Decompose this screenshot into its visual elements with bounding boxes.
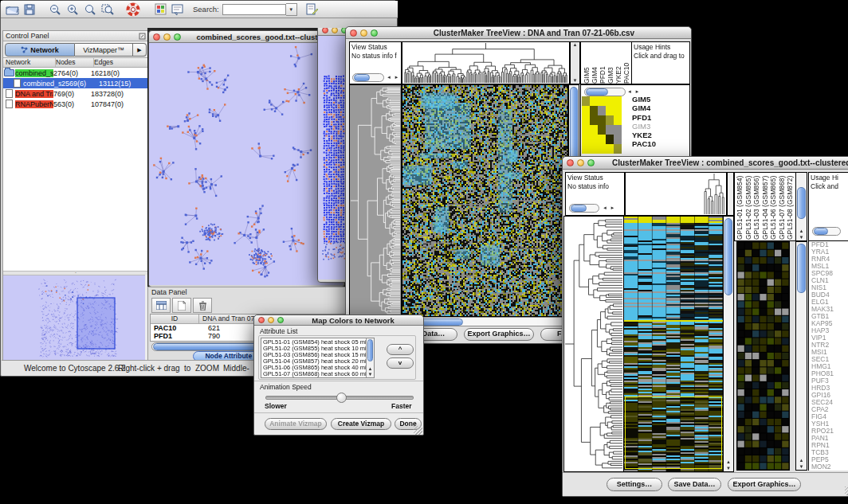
gene-label[interactable]: PAN1 (811, 435, 848, 442)
scroll-thumb[interactable] (571, 205, 587, 212)
tv1-zoom-heatmap[interactable] (582, 96, 622, 154)
gene-label[interactable]: RNR4 (811, 256, 848, 263)
gene-label[interactable]: GIM5 (632, 95, 656, 104)
gene-label[interactable]: SEC1 (811, 356, 848, 363)
attribute-list-item[interactable]: GPL51-02 (GSM855) heat shock 10 min (263, 346, 366, 352)
attribute-list-vscrollbar[interactable]: ▲▼ (366, 338, 374, 377)
attribute-list-item[interactable]: GPL51-07 (GSM868) heat shock 60 min (263, 371, 366, 377)
gene-label[interactable]: MSL1 (811, 263, 848, 270)
gene-label[interactable]: HAP3 (811, 327, 848, 334)
tv2-zoom-heatmap[interactable] (736, 241, 790, 471)
minimize-icon[interactable] (577, 159, 584, 166)
gene-label[interactable]: PHO81 (811, 370, 848, 377)
vscroll-thumb[interactable] (797, 244, 806, 293)
delete-attribute-trash-icon[interactable] (193, 298, 212, 313)
column-label[interactable]: GPL51-07 (GSM868) (778, 174, 787, 240)
column-labels-vscrollbar[interactable]: ▲▼ (795, 173, 807, 240)
dialog-titlebar[interactable]: Map Colors to Network (254, 315, 423, 326)
zoom-out-icon[interactable] (46, 2, 64, 18)
gene-label[interactable]: SPC98 (811, 270, 848, 277)
scroll-arrows-icon[interactable]: ◄ ► (603, 205, 616, 210)
column-label[interactable]: GPL51-01 (GSM854) (736, 174, 744, 240)
scroll-thumb[interactable] (814, 228, 828, 235)
view-status-scrollbar[interactable] (352, 73, 384, 82)
gene-label[interactable]: TCB3 (811, 449, 848, 456)
gene-label[interactable]: BUD4 (811, 291, 848, 299)
tv1-global-heatmap[interactable] (402, 84, 568, 317)
gene-label[interactable]: YSH1 (811, 420, 848, 428)
gene-label[interactable]: HRD3 (811, 385, 848, 392)
node-attribute-editor-icon[interactable] (304, 2, 321, 18)
zoom-window-icon[interactable] (587, 159, 595, 166)
gene-label[interactable]: PAC10 (632, 139, 656, 148)
network-tree-row[interactable]: combined_scores_ 2764(0) 16218(0) (3, 68, 148, 78)
column-label[interactable]: GPL51-02 (GSM855) (744, 174, 753, 240)
tv2-save-data-button[interactable]: Save Data… (668, 478, 721, 491)
gene-label[interactable]: YRA1 (811, 248, 848, 256)
scroll-arrows-icon[interactable]: ◄ ► (627, 89, 641, 94)
tab-network[interactable]: Network (5, 43, 75, 57)
gene-label[interactable]: FIG4 (811, 413, 848, 420)
zoom-in-icon[interactable] (64, 2, 81, 18)
gene-label[interactable]: PFD1 (632, 113, 656, 122)
gene-label[interactable]: PUF3 (811, 377, 848, 385)
column-label[interactable]: GPL51-03 (GSM856) (752, 174, 761, 240)
minimize-icon[interactable] (360, 29, 367, 37)
attribute-list-item[interactable]: GPL51-04 (GSM857) heat shock 20 min (263, 358, 366, 365)
tv1-export-graphics-button[interactable]: Export Graphics… (464, 328, 534, 341)
gene-label[interactable]: MON2 (811, 463, 848, 471)
attribute-list-item[interactable]: GPL51-06 (GSM865) heat shock 40 min (263, 365, 366, 371)
column-label[interactable]: GPL51-04 (GSM857) (761, 174, 770, 240)
network-window-1-titlebar[interactable]: combined_scores_good.txt--cluste... (149, 31, 344, 43)
gene-label[interactable]: KAP95 (811, 320, 848, 327)
resize-grip[interactable] (414, 426, 422, 435)
vizmapper-palette-icon[interactable] (151, 2, 169, 18)
gene-label[interactable]: ELG1 (811, 299, 848, 306)
network-view[interactable] (149, 43, 343, 285)
zoom-panel-scrollbar[interactable] (584, 88, 626, 96)
search-dropdown-icon[interactable]: ▼ (286, 3, 297, 16)
gene-label[interactable]: GTB1 (811, 313, 848, 320)
gene-label[interactable]: RPO21 (811, 428, 848, 435)
zoom-fit-icon[interactable] (81, 2, 99, 18)
view-status-scrollbar[interactable] (569, 204, 599, 213)
close-icon[interactable] (153, 33, 160, 41)
vscroll-thumb[interactable] (724, 218, 732, 295)
gene-label[interactable]: CLN1 (811, 277, 848, 284)
move-up-button[interactable]: ^ (387, 344, 414, 355)
gene-label[interactable]: NIS1 (811, 284, 848, 291)
column-label[interactable]: GIM5 (583, 42, 591, 84)
tab-vizmapper[interactable]: VizMapper™ (75, 43, 133, 57)
tv2-column-dendrogram[interactable] (625, 172, 727, 216)
column-label[interactable]: GIM4 (591, 42, 599, 84)
close-icon[interactable] (258, 317, 265, 323)
scroll-arrows-icon[interactable]: ◄ ► (387, 75, 400, 80)
attribute-listbox[interactable]: GPL51-01 (GSM854) heat shock 05 minGPL51… (261, 338, 375, 378)
scroll-thumb[interactable] (354, 74, 370, 81)
tv1-column-dendrogram[interactable] (402, 41, 570, 84)
float-panel-icon[interactable] (139, 29, 146, 43)
search-input[interactable] (222, 4, 286, 15)
column-label[interactable]: YKE2 (614, 42, 622, 84)
gene-label[interactable]: GIM4 (632, 104, 656, 112)
gene-label[interactable]: HMG1 (811, 363, 848, 370)
column-label[interactable]: GPL51-08 (GSM872) (786, 174, 795, 240)
tv1-row-dendrogram[interactable] (349, 84, 402, 317)
network-tree-row[interactable]: DNA and Tran 07 769(0) 183728(0) (3, 88, 148, 99)
move-down-button[interactable]: v (387, 357, 414, 369)
resize-grip[interactable] (845, 486, 848, 495)
slider-thumb[interactable] (336, 393, 347, 403)
vscroll-thumb[interactable] (797, 187, 806, 219)
usage-hints-scrollbar[interactable] (812, 227, 841, 236)
network-overview-panel[interactable] (3, 275, 145, 360)
tv2-export-graphics-button[interactable]: Export Graphics… (728, 478, 801, 491)
animate-vizmap-button[interactable]: Animate Vizmap (265, 418, 327, 430)
minimize-icon[interactable] (268, 317, 274, 323)
close-icon[interactable] (322, 28, 328, 33)
column-label[interactable]: PAC10 (622, 42, 630, 84)
attribute-list-item[interactable]: GPL51-01 (GSM854) heat shock 05 min (263, 339, 366, 346)
gene-label[interactable]: PEP5 (811, 456, 848, 463)
gene-label[interactable]: GPI16 (811, 392, 848, 399)
gene-label[interactable]: MSI1 (811, 349, 848, 356)
close-icon[interactable] (567, 159, 574, 166)
